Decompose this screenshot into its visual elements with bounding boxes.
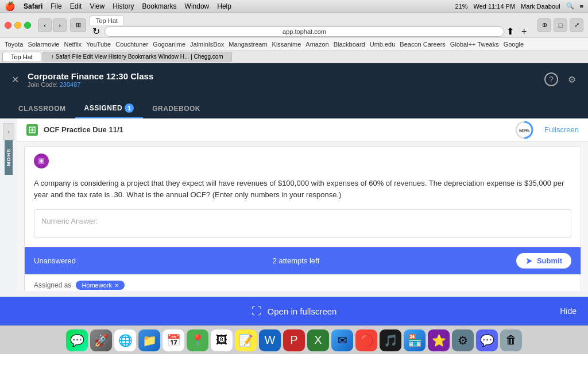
bookmark-umb[interactable]: Umb.edu <box>370 41 396 48</box>
join-code-value: 230487 <box>60 81 81 88</box>
bookmark-couchtuner[interactable]: Couchtuner <box>115 41 148 48</box>
dock-calendar[interactable]: 📅 <box>163 329 184 351</box>
app-name[interactable]: Safari <box>24 2 42 10</box>
fullscreen-bar-label: Open in fullscreen <box>268 306 337 316</box>
unanswered-status: Unanswered <box>34 256 76 265</box>
class-title: Corporate Finance 12:30 Class <box>28 71 153 81</box>
assigned-as-label: Assigned as <box>34 281 71 289</box>
menu-window[interactable]: Window <box>185 2 210 10</box>
bookmark-google[interactable]: Google <box>504 41 524 48</box>
assignment-title: OCF Practice Due 11/1 <box>44 125 123 134</box>
second-tab-row: Top Hat ↑ Safari File Edit View History … <box>0 51 588 63</box>
close-window-button[interactable] <box>5 22 11 29</box>
dock-app-store[interactable]: 🏪 <box>404 329 425 351</box>
user-name: Mark Daaboul <box>521 3 560 10</box>
fullscreen-bar[interactable]: ⛶ Open in fullscreen Hide <box>0 297 588 325</box>
add-tab-button[interactable]: + <box>521 26 534 37</box>
fullscreen-window-button[interactable] <box>24 22 31 29</box>
bookmark-youtube[interactable]: YouTube <box>86 41 111 48</box>
bookmark-blackboard[interactable]: Blackboard <box>334 41 365 48</box>
dock-discord[interactable]: 💬 <box>476 329 498 351</box>
nav-tabs: CLASSROOM ASSIGNED1 GRADEBOOK <box>0 95 588 118</box>
tab-chegg[interactable]: ↑ Safari File Edit View History Bookmark… <box>42 52 232 62</box>
close-button[interactable]: ✕ <box>9 74 21 85</box>
answer-input[interactable]: Numeric Answer: <box>34 209 571 238</box>
dock-notes[interactable]: 📝 <box>235 329 257 351</box>
dock-trash[interactable]: 🗑 <box>500 329 522 351</box>
dock-finder[interactable]: 📁 <box>138 329 160 351</box>
dock-word[interactable]: W <box>259 329 281 351</box>
tab-tophat[interactable]: Top Hat <box>2 52 41 62</box>
dock-launchpad[interactable]: 🚀 <box>90 329 112 351</box>
collapse-sidebar-button[interactable]: › <box>3 123 14 140</box>
minimize-window-button[interactable] <box>14 22 21 29</box>
assignment-bar: OCF Practice Due 11/1 50% Fullscreen <box>17 118 588 141</box>
bookmark-jalminisbox[interactable]: JalminIsBox <box>190 41 224 48</box>
sidebar-toggle: › MOHS <box>0 118 17 297</box>
bookmark-beacon[interactable]: Beacon Careers <box>400 41 446 48</box>
tab-classroom[interactable]: CLASSROOM <box>9 100 75 118</box>
fullscreen-bar-icon: ⛶ <box>252 305 262 317</box>
menu-edit[interactable]: Edit <box>70 2 82 10</box>
progress-circle: 50% <box>514 120 534 140</box>
fullscreen-link[interactable]: Fullscreen <box>544 125 579 134</box>
forward-button[interactable]: › <box>53 18 67 32</box>
dock-do-not-disturb[interactable]: 🔴 <box>355 329 377 351</box>
bookmark-solarmovie[interactable]: Solarmovie <box>28 41 59 48</box>
help-icon[interactable]: ? <box>544 72 558 86</box>
question-1-text: A company is considering a project that … <box>34 178 571 200</box>
url-bar[interactable]: app.tophat.com <box>105 26 504 37</box>
menu-bar: 🍎 Safari File Edit View History Bookmark… <box>0 0 588 13</box>
dock-settings2[interactable]: ⚙ <box>452 329 474 351</box>
sidebar-button[interactable]: □ <box>554 18 567 32</box>
browser-tab-tophat[interactable]: Top Hat <box>90 16 124 25</box>
tab-assigned[interactable]: ASSIGNED1 <box>75 99 144 118</box>
dock-photos[interactable]: 🖼 <box>211 329 233 351</box>
dock-mail[interactable]: ✉ <box>331 329 353 351</box>
dock-powerpoint[interactable]: P <box>283 329 305 351</box>
hide-button[interactable]: Hide <box>560 306 577 316</box>
menu-history[interactable]: History <box>113 2 134 10</box>
menu-help[interactable]: Help <box>217 2 231 10</box>
menu-bookmarks[interactable]: Bookmarks <box>142 2 177 10</box>
assignment-icon <box>26 124 38 136</box>
question-1-type-icon <box>34 154 49 168</box>
dock-excel[interactable]: X <box>307 329 329 351</box>
zoom-button[interactable]: ⤢ <box>570 18 583 32</box>
bookmark-kissanime[interactable]: Kissanime <box>272 41 301 48</box>
browser-chrome: ‹ › ⊞ Top Hat ↻ app.tophat.com ⬆ + ⊕ □ ⤢ <box>0 13 588 38</box>
join-code-label: Join Code: 230487 <box>28 81 153 88</box>
extensions-button[interactable]: ⊕ <box>537 18 551 32</box>
settings-icon[interactable]: ⚙ <box>565 72 579 86</box>
bookmark-toyota[interactable]: Toyota <box>5 41 23 48</box>
bookmark-global[interactable]: Global++ Tweaks <box>450 41 499 48</box>
share-button[interactable]: ⬆ <box>506 26 519 37</box>
search-icon[interactable]: 🔍 <box>566 2 574 10</box>
dock-safari[interactable]: 🌐 <box>114 329 136 351</box>
bookmark-gogoanime[interactable]: Gogoanime <box>153 41 185 48</box>
dock-messages[interactable]: 💬 <box>66 329 88 351</box>
tab-overview-button[interactable]: ⊞ <box>70 18 86 32</box>
questions-list: A company is considering a project that … <box>17 141 588 291</box>
bookmark-netflix[interactable]: Netflix <box>64 41 82 48</box>
bookmark-mangastream[interactable]: Mangastream <box>229 41 267 48</box>
traffic-lights <box>5 22 31 29</box>
assigned-as-row: Assigned as Homework ✕ <box>25 274 581 291</box>
question-1-card: A company is considering a project that … <box>24 146 581 291</box>
dock-maps[interactable]: 📍 <box>187 329 208 351</box>
attempts-left: 2 attempts left <box>273 256 320 265</box>
list-icon[interactable]: ≡ <box>580 3 583 10</box>
back-button[interactable]: ‹ <box>38 18 52 32</box>
question-1-content: A company is considering a project that … <box>25 168 581 247</box>
remove-tag-button[interactable]: ✕ <box>114 282 119 289</box>
bookmark-amazon[interactable]: Amazon <box>305 41 328 48</box>
submit-button[interactable]: Submit <box>516 253 571 269</box>
clock: Wed 11:14 PM <box>474 3 516 10</box>
homework-tag: Homework ✕ <box>76 281 125 290</box>
dock-music[interactable]: 🎵 <box>380 329 401 351</box>
dock-star[interactable]: ⭐ <box>428 329 450 351</box>
tab-gradebook[interactable]: GRADEBOOK <box>143 100 210 118</box>
reload-button[interactable]: ↻ <box>90 26 102 37</box>
menu-file[interactable]: File <box>51 2 61 10</box>
menu-view[interactable]: View <box>90 2 105 10</box>
